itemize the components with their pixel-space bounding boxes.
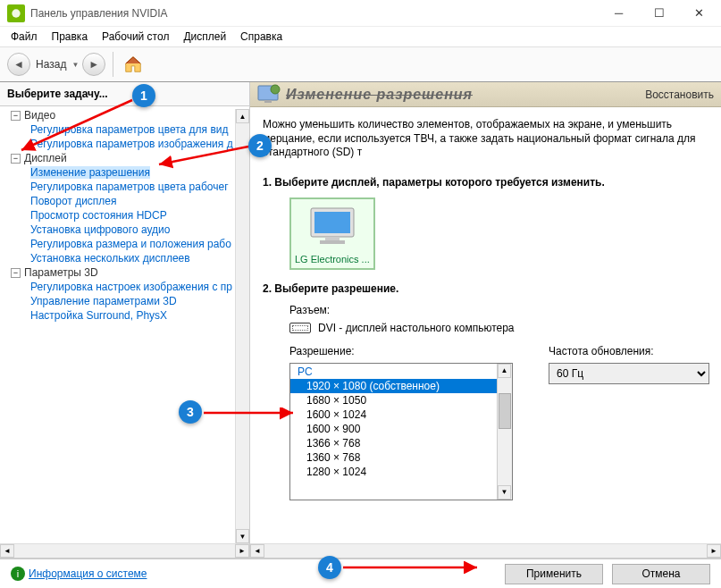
resolution-list[interactable]: PC 1920 × 1080 (собственное) 1680 × 1050… xyxy=(289,363,513,500)
scroll-down-icon[interactable]: ▼ xyxy=(236,529,249,543)
main-area: Выберите задачу... −Видео Регулировка па… xyxy=(0,82,721,559)
scroll-left-icon[interactable]: ◄ xyxy=(0,544,14,558)
menu-edit[interactable]: Правка xyxy=(46,29,94,45)
res-item-1366[interactable]: 1366 × 768 xyxy=(290,436,512,450)
sidebar-scrollbar-h[interactable]: ◄ ► xyxy=(0,543,249,558)
minimize-button[interactable]: ─ xyxy=(599,1,639,26)
res-scrollbar[interactable]: ▲ ▼ xyxy=(497,364,512,500)
menu-help[interactable]: Справка xyxy=(235,29,288,45)
info-icon: i xyxy=(11,567,25,581)
callout-1: 1 xyxy=(132,84,155,107)
display-header-icon xyxy=(257,84,282,105)
forward-button[interactable]: ► xyxy=(82,53,105,76)
tree-item-rotate[interactable]: Поворот дисплея xyxy=(2,194,247,208)
window-controls: ─ ☐ ✕ xyxy=(599,1,719,26)
svg-rect-5 xyxy=(314,212,350,233)
port-value: DVI - дисплей настольного компьютера xyxy=(318,322,515,334)
callout-4: 4 xyxy=(318,556,341,579)
menu-display[interactable]: Дисплей xyxy=(178,29,231,45)
callout-2: 2 xyxy=(248,134,272,157)
tree-cat-display[interactable]: −Дисплей xyxy=(2,151,247,165)
tree-item-desktop-color[interactable]: Регулировка параметров цвета рабочег xyxy=(2,180,247,194)
footer: i Информация о системе Применить Отмена xyxy=(0,559,721,588)
collapse-icon[interactable]: − xyxy=(11,268,21,278)
svg-rect-6 xyxy=(325,237,340,240)
task-tree: −Видео Регулировка параметров цвета для … xyxy=(0,106,249,324)
apply-button[interactable]: Применить xyxy=(505,564,603,584)
tree-item-hdcp[interactable]: Просмотр состояния HDCP xyxy=(2,208,247,223)
res-group-pc: PC xyxy=(290,364,512,379)
titlebar: Панель управления NVIDIA ─ ☐ ✕ xyxy=(0,0,721,27)
res-item-1600-900[interactable]: 1600 × 900 xyxy=(290,422,512,436)
nvidia-icon xyxy=(7,4,25,22)
svg-rect-7 xyxy=(320,240,345,244)
tree-item-3d-manage[interactable]: Управление параметрами 3D xyxy=(2,294,247,308)
system-info-link[interactable]: Информация о системе xyxy=(29,567,147,580)
res-item-1600-1024[interactable]: 1600 × 1024 xyxy=(290,407,512,422)
tree-item-resolution[interactable]: Изменение разрешения xyxy=(2,165,247,180)
tree-item-audio[interactable]: Установка цифрового аудио xyxy=(2,223,247,237)
res-item-1280[interactable]: 1280 × 1024 xyxy=(290,465,512,479)
toolbar: ◄ Назад ▼ ► xyxy=(0,46,721,82)
scroll-right-icon[interactable]: ► xyxy=(707,544,721,558)
close-button[interactable]: ✕ xyxy=(679,1,719,26)
content-scrollbar-h[interactable]: ◄ ► xyxy=(250,543,721,558)
display-selector[interactable]: LG Electronics ... xyxy=(289,197,375,270)
tree-item-multi-display[interactable]: Установка нескольких дисплеев xyxy=(2,251,247,265)
tree-item-3d-image[interactable]: Регулировка настроек изображения с пр xyxy=(2,280,247,294)
back-label: Назад xyxy=(36,58,66,71)
scroll-right-icon[interactable]: ► xyxy=(235,544,249,558)
restore-link[interactable]: Восстановить xyxy=(645,88,714,101)
tree-cat-3d[interactable]: −Параметры 3D xyxy=(2,265,247,280)
content-header: Изменение разрешения Восстановить xyxy=(250,82,721,107)
content-pane: Изменение разрешения Восстановить Можно … xyxy=(250,82,721,558)
tree-item-video-color[interactable]: Регулировка параметров цвета для вид xyxy=(2,122,247,137)
svg-point-0 xyxy=(12,9,20,17)
back-button[interactable]: ◄ xyxy=(7,53,30,76)
sidebar-scrollbar-v[interactable]: ▲ ▼ xyxy=(235,109,249,543)
tree-cat-video[interactable]: −Видео xyxy=(2,108,247,122)
resolution-label: Разрешение: xyxy=(289,345,513,357)
description-text: Можно уменьшить количество элементов, от… xyxy=(263,118,708,160)
scroll-left-icon[interactable]: ◄ xyxy=(250,544,264,558)
cancel-button[interactable]: Отмена xyxy=(612,564,710,584)
svg-point-3 xyxy=(271,85,280,94)
toolbar-separator xyxy=(113,52,113,77)
maximize-button[interactable]: ☐ xyxy=(639,1,679,26)
res-item-1920[interactable]: 1920 × 1080 (собственное) xyxy=(290,379,512,393)
refresh-label: Частота обновления: xyxy=(549,345,709,357)
monitor-icon xyxy=(307,205,357,248)
content-title: Изменение разрешения xyxy=(286,87,645,103)
menu-file[interactable]: Файл xyxy=(5,29,43,45)
menu-desktop[interactable]: Рабочий стол xyxy=(96,29,174,45)
scroll-down-icon[interactable]: ▼ xyxy=(498,485,511,500)
refresh-rate-select[interactable]: 60 Гц xyxy=(549,363,709,384)
port-label: Разъем: xyxy=(289,304,708,316)
tree-item-video-image[interactable]: Регулировка параметров изображения д xyxy=(2,137,247,151)
display-name-label: LG Electronics ... xyxy=(295,254,370,265)
tree-item-surround[interactable]: Настройка Surround, PhysX xyxy=(2,308,247,323)
collapse-icon[interactable]: − xyxy=(11,154,21,164)
step2-title: 2. Выберите разрешение. xyxy=(263,282,708,295)
res-item-1360[interactable]: 1360 × 768 xyxy=(290,450,512,465)
back-dropdown-icon[interactable]: ▼ xyxy=(71,61,79,69)
res-item-1680[interactable]: 1680 × 1050 xyxy=(290,393,512,407)
step1-title: 1. Выберите дисплей, параметры которого … xyxy=(263,176,708,189)
port-row: DVI - дисплей настольного компьютера xyxy=(289,322,708,334)
svg-rect-2 xyxy=(264,100,272,103)
dvi-port-icon xyxy=(289,323,311,333)
collapse-icon[interactable]: − xyxy=(11,111,21,121)
task-header: Выберите задачу... xyxy=(0,82,249,106)
tree-item-size-pos[interactable]: Регулировка размера и положения рабо xyxy=(2,237,247,251)
menubar: Файл Правка Рабочий стол Дисплей Справка xyxy=(0,27,721,46)
scroll-up-icon[interactable]: ▲ xyxy=(236,109,249,123)
callout-3: 3 xyxy=(179,400,202,424)
sidebar: Выберите задачу... −Видео Регулировка па… xyxy=(0,82,250,558)
content-body: Можно уменьшить количество элементов, от… xyxy=(250,107,721,511)
window-title: Панель управления NVIDIA xyxy=(30,7,599,20)
scroll-up-icon[interactable]: ▲ xyxy=(498,364,511,378)
home-button[interactable] xyxy=(121,52,146,77)
